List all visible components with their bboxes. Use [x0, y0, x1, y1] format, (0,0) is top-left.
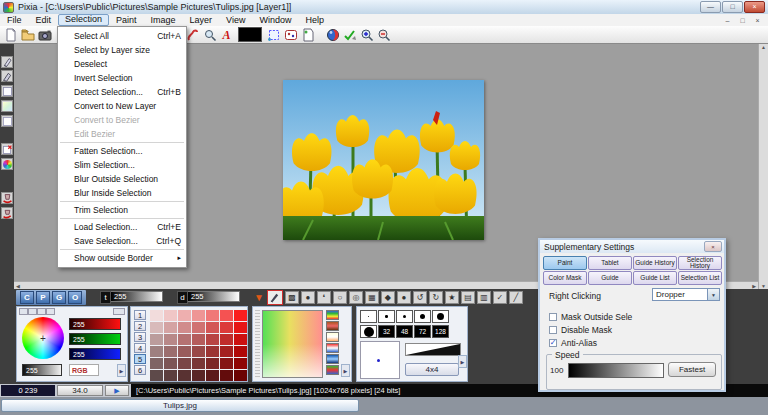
brush-size-ramp[interactable]: [405, 343, 461, 356]
ring-button[interactable]: ◎: [349, 291, 363, 304]
swatch-cell[interactable]: [234, 370, 247, 381]
brush-preview[interactable]: [360, 341, 400, 379]
filled-circle-button[interactable]: ●: [397, 291, 411, 304]
wheel-tab-3[interactable]: [37, 308, 46, 315]
pen-tool-selected[interactable]: [267, 290, 283, 305]
gradient-fill-button[interactable]: [1, 100, 13, 112]
mode-button-c[interactable]: C: [20, 291, 34, 304]
swatch-cell[interactable]: [234, 310, 247, 321]
menu-item-blur-outside-selection[interactable]: Blur Outside Selection: [58, 172, 186, 186]
swatch-row-button-6[interactable]: 6: [134, 365, 146, 375]
swatch-cell[interactable]: [192, 310, 205, 321]
menu-item-select-all[interactable]: Select AllCtrl+A: [58, 29, 186, 43]
checkbox-anti-alias[interactable]: ✓Anti-Alias: [549, 338, 597, 348]
tab-selection-history[interactable]: Selection History: [678, 256, 722, 270]
save-camera-button[interactable]: [36, 27, 53, 42]
clear-selection-button[interactable]: [1, 143, 13, 155]
circle-button[interactable]: ○: [333, 291, 347, 304]
sphere-button[interactable]: [324, 27, 341, 42]
checkbox-box[interactable]: [549, 313, 557, 321]
swatch-row-button-4[interactable]: 4: [134, 343, 146, 353]
swatch-cell[interactable]: [206, 358, 219, 369]
density-slider[interactable]: d 255: [177, 291, 240, 304]
swatch-cell[interactable]: [150, 370, 163, 381]
gradient-preset-green-red[interactable]: [326, 365, 339, 375]
mdi-close-button[interactable]: ×: [751, 16, 764, 25]
brush-size-button-128[interactable]: 128: [432, 325, 449, 338]
rect-frame-button[interactable]: [1, 115, 13, 127]
pour-bucket-button[interactable]: [1, 207, 13, 219]
scroll-right-icon[interactable]: ▶: [752, 283, 756, 289]
brush-dot-button-large[interactable]: [360, 325, 377, 338]
swatch-cell[interactable]: [220, 322, 233, 333]
swatch-cell[interactable]: [150, 358, 163, 369]
swatch-cell[interactable]: [220, 334, 233, 345]
red-bar[interactable]: 255: [69, 318, 121, 330]
tab-guide[interactable]: Guide: [588, 271, 632, 285]
mdi-minimize-button[interactable]: –: [721, 16, 734, 25]
swatch-cell[interactable]: [234, 358, 247, 369]
restore-button[interactable]: □: [722, 1, 743, 13]
menu-item-detect-selection-[interactable]: Detect Selection...Ctrl+B: [58, 85, 186, 99]
brush-dot-button-2[interactable]: [378, 310, 395, 323]
edit-check-button[interactable]: [341, 27, 358, 42]
wheel-tab-more[interactable]: [113, 308, 125, 315]
menu-item-save-selection-[interactable]: Save Selection...Ctrl+Q: [58, 234, 186, 248]
gradient-preset-pastel[interactable]: [326, 332, 339, 342]
mode-button-p[interactable]: P: [36, 291, 50, 304]
pattern-button[interactable]: ▦: [365, 291, 379, 304]
mdi-restore-button[interactable]: □: [736, 16, 749, 25]
gray-bar[interactable]: 255: [22, 364, 62, 376]
menu-item-convert-to-new-layer[interactable]: Convert to New Layer: [58, 99, 186, 113]
gradient-expand-button[interactable]: ▶: [341, 364, 350, 377]
swatch-cell[interactable]: [220, 358, 233, 369]
swatch-cell[interactable]: [150, 322, 163, 333]
wheel-tab-1[interactable]: [19, 308, 28, 315]
minimize-button[interactable]: —: [700, 1, 721, 13]
magnifier-button[interactable]: [201, 27, 218, 42]
text-tool-button[interactable]: A: [218, 27, 235, 42]
rgb-mode-box[interactable]: RGB: [69, 364, 99, 376]
swatch-cell[interactable]: [220, 370, 233, 381]
rect-select-button[interactable]: [1, 85, 13, 97]
wheel-tab-4[interactable]: [46, 308, 55, 315]
undo-arrow-button[interactable]: ↺: [413, 291, 427, 304]
swatch-row-button-5[interactable]: 5: [134, 354, 146, 364]
swatch-cell[interactable]: [192, 334, 205, 345]
gradient-scrollbar[interactable]: [255, 310, 260, 378]
swatch-cell[interactable]: [164, 346, 177, 357]
zoom-level-button[interactable]: 34.0: [57, 385, 103, 396]
fastest-button[interactable]: Fastest: [668, 362, 716, 377]
scroll-up-icon[interactable]: ▲: [759, 44, 768, 50]
menu-layer[interactable]: Layer: [183, 14, 220, 26]
zoom-in-button[interactable]: [358, 27, 375, 42]
tab-tablet[interactable]: Tablet: [588, 256, 632, 270]
menu-view[interactable]: View: [219, 14, 252, 26]
close-button[interactable]: ×: [744, 1, 765, 13]
check-button[interactable]: ✓: [493, 291, 507, 304]
fill-bucket-button[interactable]: [1, 192, 13, 204]
swatch-row-button-2[interactable]: 2: [134, 321, 146, 331]
swatch-cell[interactable]: [192, 322, 205, 333]
menu-item-invert-selection[interactable]: Invert Selection: [58, 71, 186, 85]
swatch-cell[interactable]: [206, 346, 219, 357]
tab-color-mask[interactable]: Color Mask: [543, 271, 587, 285]
swatch-cell[interactable]: [150, 334, 163, 345]
d-slider-bar[interactable]: 255: [188, 291, 240, 302]
checkbox-mask-outside-sele[interactable]: Mask Outside Sele: [549, 312, 632, 322]
supplementary-close-button[interactable]: ×: [704, 241, 722, 252]
dot-button[interactable]: ●: [301, 291, 315, 304]
right-clicking-dropdown[interactable]: Dropper ▼: [652, 288, 720, 301]
wheel-expand-button[interactable]: ▶: [117, 364, 126, 377]
swatch-cell[interactable]: [164, 358, 177, 369]
new-file-button[interactable]: [2, 27, 19, 42]
swatch-cell[interactable]: [178, 346, 191, 357]
speed-slider[interactable]: [568, 363, 664, 378]
swatch-cell[interactable]: [234, 322, 247, 333]
tab-guide-list[interactable]: Guide List: [633, 271, 677, 285]
dropdown-arrow-icon[interactable]: ▼: [707, 289, 719, 300]
brush-grid-button[interactable]: 4x4: [405, 363, 459, 376]
color-ball-button[interactable]: [1, 158, 13, 170]
transparency-slider[interactable]: t 255: [100, 291, 163, 304]
brush-expand-button[interactable]: ▶: [458, 355, 467, 368]
